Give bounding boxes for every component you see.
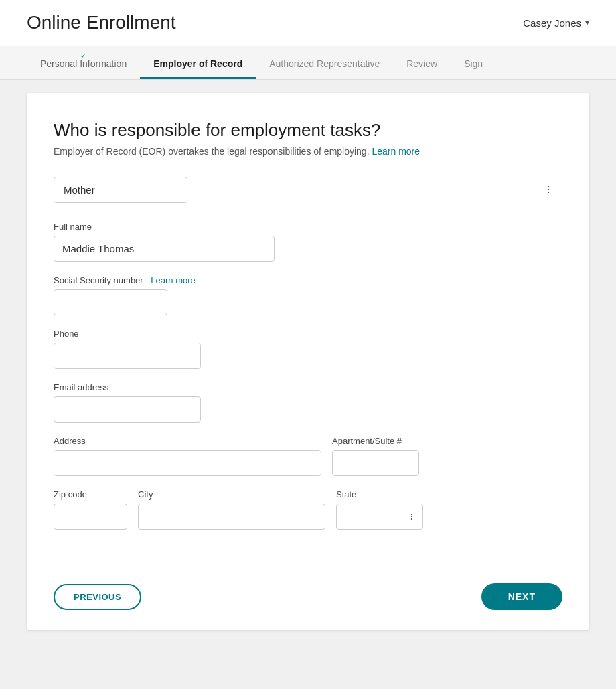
city-col: City xyxy=(138,489,325,530)
email-input[interactable] xyxy=(54,396,201,423)
app-header: Online Enrollment Casey Jones ▾ xyxy=(0,0,616,46)
main-content: Who is responsible for employment tasks?… xyxy=(0,80,616,657)
full-name-input[interactable] xyxy=(54,236,275,262)
zip-city-row: Zip code City State AL AK AZ xyxy=(54,489,562,530)
zip-label: Zip code xyxy=(54,489,127,500)
page-subtitle: Employer of Record (EOR) overtakes the l… xyxy=(54,146,562,157)
city-label: City xyxy=(138,489,325,500)
apt-input[interactable] xyxy=(332,450,419,476)
phone-group: Phone xyxy=(54,329,562,369)
address-input[interactable] xyxy=(54,450,321,476)
tab-authorized-representative[interactable]: Authorized Representative xyxy=(256,49,393,79)
next-button[interactable]: NEXT xyxy=(481,583,562,610)
form-section: Full name Social Security number Learn m… xyxy=(54,222,562,543)
state-col: State AL AK AZ CA CO FL NY TX xyxy=(336,489,423,530)
ssn-label: Social Security number Learn more xyxy=(54,275,562,285)
eor-dropdown[interactable]: Mother Father Guardian Self Other xyxy=(54,177,187,203)
tab-review[interactable]: Review xyxy=(393,49,451,79)
zip-col: Zip code xyxy=(54,489,127,530)
app-title: Online Enrollment xyxy=(27,12,176,33)
tab-review-label: Review xyxy=(406,58,437,69)
tab-authorized-representative-label: Authorized Representative xyxy=(269,58,380,69)
phone-input[interactable] xyxy=(54,343,201,369)
previous-button[interactable]: PREVIOUS xyxy=(54,584,141,610)
chevron-down-icon: ⠇ xyxy=(546,185,553,196)
full-name-group: Full name xyxy=(54,222,562,262)
chevron-down-icon: ▾ xyxy=(585,18,589,27)
phone-label: Phone xyxy=(54,329,562,339)
email-label: Email address xyxy=(54,382,562,392)
full-name-label: Full name xyxy=(54,222,562,232)
zip-input[interactable] xyxy=(54,504,127,530)
email-group: Email address xyxy=(54,382,562,423)
city-input[interactable] xyxy=(138,504,325,530)
apt-label: Apartment/Suite # xyxy=(332,436,419,446)
subtitle-learn-more-link[interactable]: Learn more xyxy=(372,146,420,157)
state-label: State xyxy=(336,489,423,500)
enrollment-card: Who is responsible for employment tasks?… xyxy=(27,93,589,630)
address-label: Address xyxy=(54,436,321,446)
tab-employer-of-record-label: Employer of Record xyxy=(153,58,242,69)
tab-sign-label: Sign xyxy=(464,58,483,69)
state-select[interactable]: AL AK AZ CA CO FL NY TX xyxy=(336,504,423,530)
card-footer: PREVIOUS NEXT xyxy=(54,570,562,610)
ssn-learn-more-link[interactable]: Learn more xyxy=(151,275,195,285)
ssn-group: Social Security number Learn more xyxy=(54,275,562,315)
user-menu[interactable]: Casey Jones ▾ xyxy=(523,17,589,29)
ssn-input[interactable] xyxy=(54,289,167,315)
address-col: Address xyxy=(54,436,321,476)
checkmark-icon: ✓ xyxy=(80,52,86,60)
address-row: Address Apartment/Suite # xyxy=(54,436,562,476)
apt-col: Apartment/Suite # xyxy=(332,436,419,476)
tab-sign[interactable]: Sign xyxy=(451,49,496,79)
user-name: Casey Jones xyxy=(523,17,581,29)
page-heading: Who is responsible for employment tasks? xyxy=(54,120,562,141)
state-wrapper: AL AK AZ CA CO FL NY TX ⠇ xyxy=(336,504,423,530)
tab-employer-of-record[interactable]: Employer of Record xyxy=(140,49,256,79)
tabs-bar: ✓ Personal Information Employer of Recor… xyxy=(0,46,616,80)
tab-personal-information[interactable]: ✓ Personal Information xyxy=(27,46,140,79)
eor-dropdown-wrapper: Mother Father Guardian Self Other ⠇ xyxy=(54,177,562,203)
